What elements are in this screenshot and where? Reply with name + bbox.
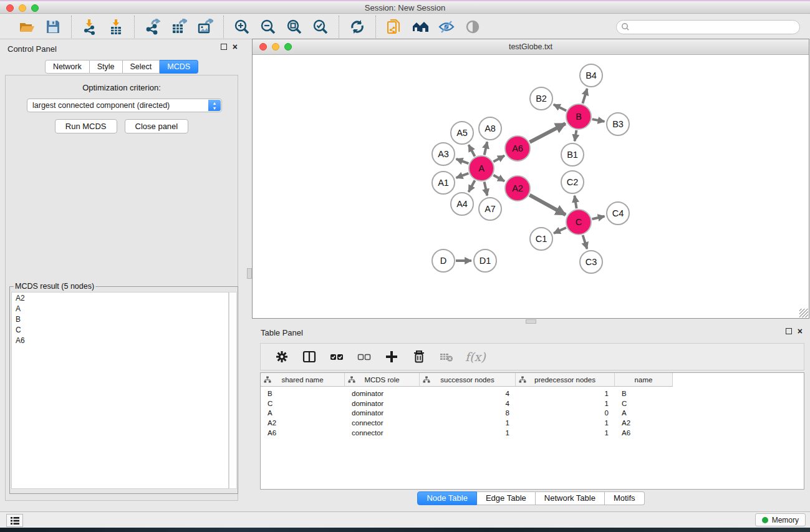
zoom-in-icon[interactable] bbox=[233, 17, 251, 36]
graph-node-a3[interactable]: A3 bbox=[432, 142, 455, 166]
column-header-mcds-role[interactable]: MCDS role bbox=[345, 373, 420, 387]
cell-successor-nodes[interactable]: 1 bbox=[420, 428, 516, 438]
mcds-list-scrollbar[interactable] bbox=[229, 292, 237, 489]
mcds-result-item-b[interactable]: B bbox=[12, 314, 228, 324]
graph-node-a1[interactable]: A1 bbox=[432, 171, 455, 195]
graph-node-a7[interactable]: A7 bbox=[478, 197, 502, 221]
refresh-icon[interactable] bbox=[348, 17, 367, 36]
tab-select[interactable]: Select bbox=[123, 60, 160, 74]
unselect-all-icon[interactable] bbox=[356, 349, 372, 365]
memory-button[interactable]: Memory bbox=[755, 513, 806, 526]
cell-name[interactable]: C bbox=[615, 399, 673, 409]
graph-node-c4[interactable]: C4 bbox=[606, 201, 630, 225]
graph-node-a6[interactable]: A6 bbox=[504, 135, 531, 162]
column-view-icon[interactable] bbox=[301, 349, 317, 365]
cell-name[interactable]: A bbox=[615, 409, 673, 418]
table-row-c[interactable]: Cdominator41C bbox=[261, 399, 804, 409]
cell-name[interactable]: B bbox=[615, 389, 673, 399]
column-header-shared-name[interactable]: shared name bbox=[261, 373, 345, 387]
graph-node-c3[interactable]: C3 bbox=[579, 250, 603, 274]
graph-edge-c-c3[interactable] bbox=[583, 235, 587, 249]
function-builder-button[interactable]: f(x) bbox=[465, 350, 486, 364]
graph-edge-b-b2[interactable] bbox=[554, 105, 566, 111]
tab-mcds[interactable]: MCDS bbox=[160, 60, 198, 74]
show-selected-icon[interactable] bbox=[463, 17, 482, 36]
cell-shared-name[interactable]: A bbox=[261, 409, 345, 418]
hide-selected-icon[interactable] bbox=[437, 17, 456, 36]
cell-predecessor-nodes[interactable]: 1 bbox=[516, 428, 615, 438]
cell-successor-nodes[interactable]: 1 bbox=[420, 418, 516, 428]
cell-successor-nodes[interactable]: 8 bbox=[420, 409, 516, 418]
mcds-result-item-a[interactable]: A bbox=[12, 303, 228, 314]
copy-network-icon[interactable] bbox=[385, 17, 403, 36]
cell-successor-nodes[interactable]: 4 bbox=[420, 389, 516, 399]
task-history-button[interactable] bbox=[6, 514, 23, 527]
export-network-icon[interactable] bbox=[143, 17, 162, 36]
cell-predecessor-nodes[interactable]: 1 bbox=[516, 418, 615, 428]
graph-edge-c-c2[interactable] bbox=[574, 196, 576, 209]
table-tab-motifs[interactable]: Motifs bbox=[605, 491, 645, 505]
vertical-split-handle[interactable] bbox=[247, 268, 252, 279]
delete-table-icon[interactable] bbox=[438, 349, 455, 365]
graph-edge-a-a8[interactable] bbox=[485, 142, 488, 155]
graph-node-b1[interactable]: B1 bbox=[561, 143, 584, 167]
cell-mcds-role[interactable]: dominator bbox=[345, 399, 420, 409]
export-image-icon[interactable] bbox=[196, 17, 215, 36]
cell-shared-name[interactable]: A6 bbox=[261, 428, 345, 438]
graph-node-a5[interactable]: A5 bbox=[450, 121, 474, 145]
table-tab-edge-table[interactable]: Edge Table bbox=[477, 491, 536, 505]
graph-node-a2[interactable]: A2 bbox=[504, 175, 531, 201]
graph-edge-a-a2[interactable] bbox=[493, 175, 504, 181]
graph-edge-b-b1[interactable] bbox=[575, 130, 577, 142]
cell-name[interactable]: A6 bbox=[615, 428, 673, 438]
tab-style[interactable]: Style bbox=[90, 60, 123, 74]
tab-network[interactable]: Network bbox=[45, 60, 90, 74]
cell-predecessor-nodes[interactable]: 0 bbox=[516, 409, 615, 418]
cell-successor-nodes[interactable]: 4 bbox=[420, 399, 516, 409]
table-row-a[interactable]: Adominator80A bbox=[261, 409, 804, 418]
cell-mcds-role[interactable]: dominator bbox=[345, 389, 420, 399]
delete-column-icon[interactable] bbox=[411, 349, 427, 365]
graph-node-b[interactable]: B bbox=[566, 104, 592, 130]
graph-edge-b-b3[interactable] bbox=[592, 119, 605, 122]
import-table-icon[interactable] bbox=[107, 17, 125, 36]
add-column-icon[interactable] bbox=[383, 349, 400, 365]
graph-edge-a6-b[interactable] bbox=[530, 123, 566, 142]
graph-node-a4[interactable]: A4 bbox=[450, 192, 474, 216]
table-settings-gear-icon[interactable] bbox=[274, 349, 290, 365]
graph-node-d[interactable]: D bbox=[432, 249, 455, 273]
mcds-result-item-a6[interactable]: A6 bbox=[12, 335, 228, 346]
show-all-networks-icon[interactable] bbox=[411, 17, 430, 36]
cell-shared-name[interactable]: C bbox=[261, 399, 345, 409]
graph-edge-a-a5[interactable] bbox=[469, 145, 475, 156]
cell-mcds-role[interactable]: connector bbox=[345, 418, 420, 428]
close-panel-button[interactable]: Close panel bbox=[125, 119, 189, 133]
zoom-fit-icon[interactable] bbox=[285, 17, 304, 36]
table-float-panel-icon[interactable] bbox=[786, 328, 792, 334]
table-close-panel-icon[interactable]: × bbox=[798, 328, 803, 334]
graph-edge-c-c1[interactable] bbox=[554, 228, 566, 233]
criterion-select[interactable]: largest connected component (directed) ▲… bbox=[27, 99, 222, 112]
graph-edge-a-a6[interactable] bbox=[493, 156, 504, 162]
mcds-result-item-c[interactable]: C bbox=[12, 324, 228, 335]
graph-node-d1[interactable]: D1 bbox=[473, 249, 497, 273]
column-header-name[interactable]: name bbox=[615, 373, 673, 387]
open-session-icon[interactable] bbox=[17, 17, 36, 36]
search-input[interactable] bbox=[616, 20, 800, 34]
close-panel-icon[interactable]: × bbox=[233, 44, 238, 50]
graph-edge-a2-c[interactable] bbox=[529, 195, 566, 215]
zoom-out-icon[interactable] bbox=[259, 17, 277, 36]
graph-edge-a-a1[interactable] bbox=[456, 173, 469, 178]
graph-edge-a-a4[interactable] bbox=[469, 180, 475, 191]
network-window-titlebar[interactable]: testGlobe.txt bbox=[253, 39, 809, 55]
graph-edge-b-b4[interactable] bbox=[582, 89, 587, 104]
graph-node-b4[interactable]: B4 bbox=[579, 64, 603, 87]
table-tab-node-table[interactable]: Node Table bbox=[417, 491, 477, 505]
table-row-a2[interactable]: A2connector11A2 bbox=[261, 418, 804, 428]
window-resize-grip[interactable] bbox=[799, 309, 808, 317]
graph-node-a[interactable]: A bbox=[468, 155, 494, 181]
cell-mcds-role[interactable]: dominator bbox=[345, 409, 420, 418]
column-header-successor-nodes[interactable]: successor nodes bbox=[420, 373, 516, 387]
export-table-icon[interactable] bbox=[170, 17, 188, 36]
graph-node-a8[interactable]: A8 bbox=[478, 117, 502, 140]
